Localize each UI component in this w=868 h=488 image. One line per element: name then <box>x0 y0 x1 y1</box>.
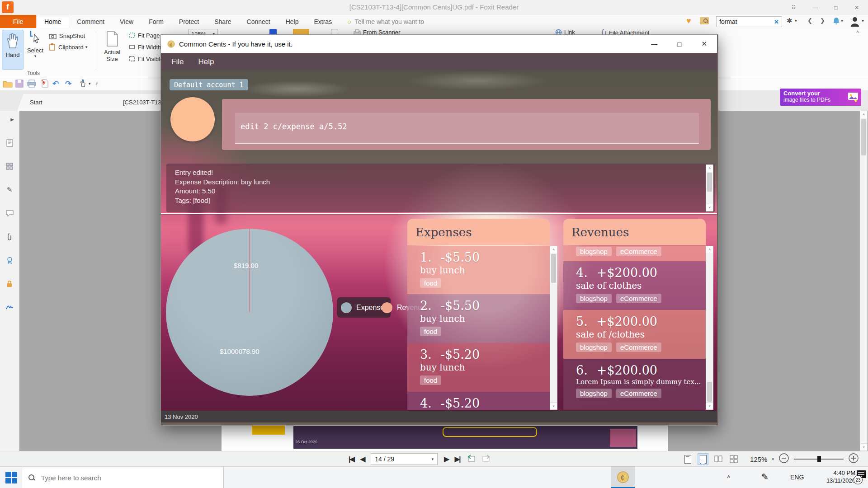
select-tool-button[interactable]: Select ▾ <box>25 30 45 75</box>
heart-icon[interactable]: ♥ <box>686 16 691 26</box>
scroll-up-icon[interactable]: ˄ <box>550 246 557 253</box>
tab-file[interactable]: File <box>0 15 36 28</box>
tab-home[interactable]: Home <box>36 15 69 28</box>
revenue-item-4[interactable]: 4.+$200.00 sale of clothes blogshop eCom… <box>563 261 706 310</box>
continuous-facing-view-icon[interactable] <box>728 453 739 465</box>
app-maximize-icon[interactable]: □ <box>677 40 681 48</box>
open-file-icon[interactable] <box>3 80 13 89</box>
zoom-percent-label[interactable]: 125% <box>750 455 767 463</box>
menu-help[interactable]: Help <box>198 57 214 66</box>
restore-button[interactable]: □ <box>830 4 842 12</box>
back-icon[interactable]: ❮ <box>807 17 812 24</box>
save-icon[interactable] <box>15 80 24 89</box>
command-input[interactable]: edit 2 c/expense a/5.52 <box>235 113 699 144</box>
ink-workspace-icon[interactable]: ✎ <box>761 472 769 482</box>
tab-form[interactable]: Form <box>141 15 171 28</box>
scroll-down-icon[interactable]: ˅ <box>706 204 713 211</box>
tab-view[interactable]: View <box>112 15 141 28</box>
tell-me-box[interactable]: ○ Tell me what you want to <box>340 15 432 28</box>
first-page-button[interactable]: |◀ <box>349 455 354 463</box>
tray-expand-icon[interactable]: ˄ <box>727 474 731 480</box>
next-page-button[interactable]: ▶ <box>444 455 448 463</box>
clock[interactable]: 4:40 PM 13/11/2020 <box>816 469 855 484</box>
expense-item-2[interactable]: 2.-$5.50 buy lunch food <box>407 294 550 343</box>
last-page-button[interactable]: ▶| <box>455 455 460 463</box>
prev-page-button[interactable]: ◀ <box>360 455 365 463</box>
continuous-view-icon[interactable] <box>698 453 708 465</box>
avatar-caret-icon[interactable]: ▾ <box>862 18 864 23</box>
zoom-in-icon[interactable] <box>848 453 859 465</box>
panel-expander-icon[interactable]: ▸ <box>8 115 16 123</box>
fit-width-button[interactable]: Fit Width <box>128 43 161 51</box>
expense-item-1[interactable]: 1.-$5.50 buy lunch food <box>407 246 550 294</box>
clear-search-icon[interactable]: ✕ <box>774 19 779 25</box>
zoom-slider-thumb[interactable] <box>817 456 821 462</box>
expense-item-4[interactable]: 4.-$5.20 <box>407 392 550 410</box>
expense-item-3[interactable]: 3.-$5.20 buy lunch food <box>407 343 550 392</box>
scroll-up-icon[interactable]: ˄ <box>860 111 867 118</box>
tab-connect[interactable]: Connect <box>239 15 278 28</box>
certificates-panel-icon[interactable] <box>5 256 14 264</box>
redo-icon[interactable]: ↷ <box>65 79 71 89</box>
expenses-scrollbar[interactable]: ˄ ˅ <box>550 246 557 410</box>
signature-panel-icon[interactable] <box>5 303 14 311</box>
print-icon[interactable] <box>27 80 36 89</box>
taskbar-search-input[interactable] <box>40 474 205 482</box>
attachments-panel-icon[interactable] <box>5 233 14 241</box>
page-number-box[interactable]: 14 / 29▾ <box>371 453 438 465</box>
tab-share[interactable]: Share <box>207 15 239 28</box>
hand-pointer-icon[interactable] <box>79 79 87 89</box>
start-button[interactable] <box>5 472 17 485</box>
zoom-caret-icon[interactable]: ▾ <box>772 457 774 461</box>
folder-search-icon[interactable] <box>700 17 709 24</box>
scroll-up-icon[interactable]: ˄ <box>706 246 713 253</box>
scroll-up-icon[interactable]: ˄ <box>706 165 713 172</box>
fit-page-button[interactable]: Fit Page <box>128 32 160 39</box>
revenue-item-5[interactable]: 5.+$200.00 sale of /clothes blogshop eCo… <box>563 310 706 359</box>
layout-grid-button[interactable]: ⠿ <box>788 4 799 12</box>
security-lock-icon[interactable] <box>5 280 14 288</box>
actual-size-button[interactable]: Actual Size <box>100 31 124 62</box>
tab-protect[interactable]: Protect <box>171 15 207 28</box>
search-input[interactable]: format ✕ <box>716 16 782 27</box>
snapshot-button[interactable]: SnapShot <box>49 33 85 39</box>
revenue-item-partial[interactable]: blogshop eCommerce <box>563 246 706 261</box>
tab-comment[interactable]: Comment <box>69 15 112 28</box>
user-avatar-icon[interactable] <box>850 16 860 28</box>
scroll-down-icon[interactable]: ˅ <box>860 443 867 450</box>
bookmarks-panel-icon[interactable] <box>5 139 14 147</box>
comments-panel-icon[interactable] <box>5 209 14 217</box>
hand-tool-button[interactable]: Hand <box>2 30 24 70</box>
next-view-icon[interactable] <box>482 454 491 464</box>
layers-panel-icon[interactable]: ✎ <box>5 186 14 194</box>
single-page-view-icon[interactable] <box>682 453 693 465</box>
close-button[interactable]: ✕ <box>851 4 863 12</box>
result-scrollbar-thumb[interactable] <box>707 173 712 192</box>
revenues-scrollbar-thumb[interactable] <box>707 382 712 402</box>
convert-ad-banner[interactable]: Convert your image files to PDFs <box>780 89 861 106</box>
revenues-scrollbar[interactable]: ˄ ˅ <box>706 246 713 410</box>
clipboard-button[interactable]: Clipboard ▾ <box>49 43 87 51</box>
revenue-item-6[interactable]: 6.+$200.00 Lorem Ipsum is simply dummy t… <box>563 359 706 410</box>
scroll-down-icon[interactable]: ˅ <box>550 402 557 409</box>
forward-icon[interactable]: ❯ <box>820 17 825 24</box>
hand-pointer-caret-icon[interactable]: ▾ <box>89 81 91 86</box>
common-cents-taskbar-icon[interactable]: ¢ <box>611 466 635 488</box>
pdf-vertical-scrollbar[interactable]: ˄ ˅ <box>860 111 868 451</box>
language-indicator[interactable]: ENG <box>790 474 804 481</box>
scroll-down-icon[interactable]: ˅ <box>706 402 713 409</box>
prev-view-icon[interactable] <box>467 454 476 464</box>
action-center-icon[interactable]: 23 <box>856 470 866 482</box>
tab-extras[interactable]: Extras <box>306 15 340 28</box>
taskbar-search[interactable] <box>22 467 224 488</box>
tab-help[interactable]: Help <box>278 15 307 28</box>
ribbon-collapse-icon[interactable]: ˄ <box>856 29 859 34</box>
app-close-icon[interactable]: ✕ <box>701 40 707 48</box>
bell-caret-icon[interactable]: ▾ <box>841 18 843 23</box>
gear-icon[interactable]: ✱ <box>787 17 793 25</box>
minimize-button[interactable]: — <box>809 4 821 12</box>
undo-icon[interactable]: ↶ <box>52 79 59 89</box>
zoom-out-icon[interactable] <box>778 453 789 465</box>
fit-visible-button[interactable]: Fit Visible <box>128 55 163 62</box>
result-scrollbar[interactable]: ˄ ˅ <box>706 164 713 211</box>
